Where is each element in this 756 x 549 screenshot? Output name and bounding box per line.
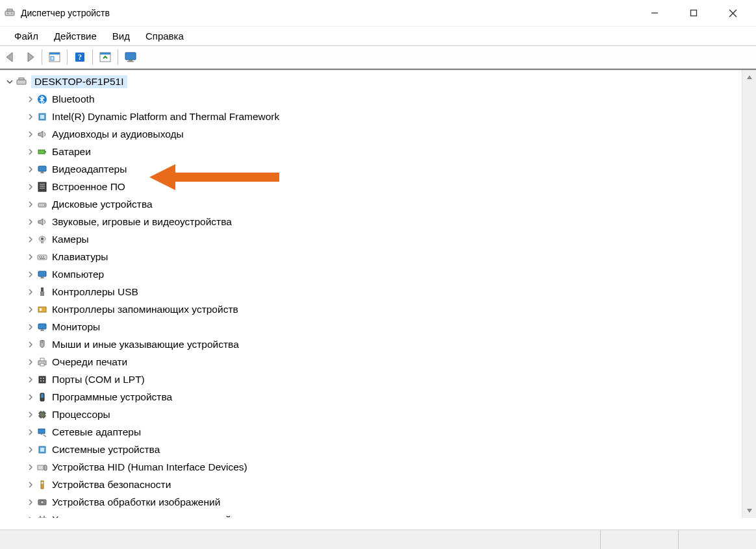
menu-view[interactable]: Вид <box>105 28 138 44</box>
chevron-right-icon[interactable] <box>26 165 35 174</box>
tree-node[interactable]: Аудиовходы и аудиовыходы <box>0 125 742 143</box>
chevron-right-icon[interactable] <box>26 498 35 507</box>
svg-rect-25 <box>38 166 46 171</box>
monitor-button[interactable] <box>122 49 139 66</box>
back-button[interactable] <box>3 49 19 66</box>
menu-help[interactable]: Справка <box>138 28 192 44</box>
chevron-right-icon[interactable] <box>26 287 35 297</box>
computer-icon <box>16 76 27 88</box>
close-button[interactable] <box>713 2 752 24</box>
chevron-right-icon[interactable] <box>26 112 35 121</box>
chevron-right-icon[interactable] <box>26 358 35 367</box>
maximize-button[interactable] <box>674 2 713 24</box>
chevron-right-icon[interactable] <box>26 445 35 454</box>
device-category-icon <box>36 391 48 403</box>
chevron-right-icon[interactable] <box>26 200 35 209</box>
statusbar-segment <box>600 530 678 549</box>
tree-node[interactable]: Устройства безопасности <box>0 476 742 493</box>
menu-action[interactable]: Действие <box>46 28 105 44</box>
chevron-right-icon[interactable] <box>26 252 35 262</box>
svg-rect-46 <box>40 291 44 296</box>
tree-node[interactable]: Контроллеры запоминающих устройств <box>0 300 742 318</box>
svg-rect-15 <box>125 53 136 60</box>
svg-text:?: ? <box>78 53 82 62</box>
statusbar <box>0 530 756 549</box>
window-title: Диспетчер устройств <box>21 8 110 18</box>
svg-point-3 <box>11 13 12 14</box>
tree-node[interactable]: Контроллеры USB <box>0 283 742 300</box>
chevron-right-icon[interactable] <box>26 130 35 139</box>
tree-node[interactable]: Программные устройства <box>0 388 742 406</box>
tree-node[interactable]: Камеры <box>0 230 742 248</box>
device-category-icon <box>36 461 48 473</box>
chevron-right-icon[interactable] <box>26 393 35 402</box>
tree-node-label: Устройства обработки изображений <box>52 496 220 508</box>
device-category-icon <box>36 426 48 438</box>
tree-node[interactable]: Устройства HID (Human Interface Devices) <box>0 458 742 476</box>
tree-node[interactable]: Устройства обработки изображений <box>0 493 742 511</box>
forward-button[interactable] <box>21 49 38 66</box>
tree-node-label: Процессоры <box>52 409 110 421</box>
chevron-down-icon[interactable] <box>5 77 14 86</box>
tree-node[interactable]: Bluetooth <box>0 90 742 108</box>
tree-node[interactable]: Очереди печати <box>0 353 742 371</box>
tree-node-label: Компьютер <box>52 269 104 280</box>
tree-node[interactable]: Мыши и иные указывающие устройства <box>0 336 742 353</box>
chevron-right-icon[interactable] <box>26 217 35 226</box>
chevron-right-icon[interactable] <box>26 410 35 419</box>
tree-node-label: Мониторы <box>52 321 100 333</box>
menu-file[interactable]: Файл <box>6 28 46 44</box>
tree-root-node[interactable]: DESKTOP-6F1P51I <box>0 73 742 90</box>
scan-hardware-button[interactable] <box>97 49 114 66</box>
chevron-right-icon[interactable] <box>26 340 35 349</box>
tree-node[interactable]: Звуковые, игровые и видеоустройства <box>0 213 742 230</box>
scroll-down-icon[interactable] <box>742 504 756 518</box>
chevron-right-icon[interactable] <box>26 182 35 191</box>
device-tree[interactable]: DESKTOP-6F1P51I BluetoothIntel(R) Dynami… <box>0 73 742 518</box>
chevron-right-icon[interactable] <box>26 515 35 518</box>
toolbar-separator <box>118 49 118 65</box>
svg-rect-43 <box>41 276 44 278</box>
device-category-icon <box>36 286 48 298</box>
tree-node-label: Хост-адаптеры запоминающих устройств <box>52 514 246 518</box>
tree-node[interactable]: Хост-адаптеры запоминающих устройств <box>0 511 742 518</box>
chevron-right-icon[interactable] <box>26 95 35 104</box>
scroll-up-icon[interactable] <box>742 70 756 84</box>
tree-node[interactable]: Порты (COM и LPT) <box>0 371 742 388</box>
tree-node[interactable]: Системные устройства <box>0 441 742 458</box>
chevron-right-icon[interactable] <box>26 147 35 156</box>
svg-point-2 <box>7 13 8 14</box>
svg-rect-36 <box>41 241 44 243</box>
vertical-scrollbar[interactable] <box>742 70 756 518</box>
show-hide-tree-button[interactable] <box>46 49 63 66</box>
svg-rect-22 <box>40 115 44 119</box>
content-area: DESKTOP-6F1P51I BluetoothIntel(R) Dynami… <box>0 69 756 518</box>
chevron-right-icon[interactable] <box>26 375 35 384</box>
tree-node[interactable]: Мониторы <box>0 318 742 336</box>
svg-rect-0 <box>5 11 14 16</box>
tree-node[interactable]: Процессоры <box>0 406 742 423</box>
tree-node[interactable]: Встроенное ПО <box>0 178 742 195</box>
window-controls <box>635 2 752 24</box>
chevron-right-icon[interactable] <box>26 463 35 472</box>
tree-node[interactable]: Видеоадаптеры <box>0 160 742 178</box>
chevron-right-icon[interactable] <box>26 323 35 332</box>
chevron-right-icon[interactable] <box>26 235 35 244</box>
chevron-right-icon[interactable] <box>26 305 35 314</box>
tree-node-label: Батареи <box>52 146 91 158</box>
tree-node[interactable]: Сетевые адаптеры <box>0 423 742 441</box>
tree-node-label: Камеры <box>52 234 89 245</box>
chevron-right-icon[interactable] <box>26 480 35 489</box>
device-category-icon <box>36 111 48 123</box>
chevron-right-icon[interactable] <box>26 270 35 279</box>
tree-node[interactable]: Клавиатуры <box>0 248 742 265</box>
svg-rect-76 <box>38 465 44 470</box>
tree-node[interactable]: Компьютер <box>0 265 742 283</box>
tree-node[interactable]: Intel(R) Dynamic Platform and Thermal Fr… <box>0 108 742 125</box>
chevron-right-icon[interactable] <box>26 428 35 437</box>
help-button[interactable]: ? <box>71 49 88 66</box>
tree-node-label: Мыши и иные указывающие устройства <box>52 339 239 350</box>
minimize-button[interactable] <box>635 2 674 24</box>
tree-node[interactable]: Дисковые устройства <box>0 195 742 213</box>
tree-node[interactable]: Батареи <box>0 143 742 160</box>
